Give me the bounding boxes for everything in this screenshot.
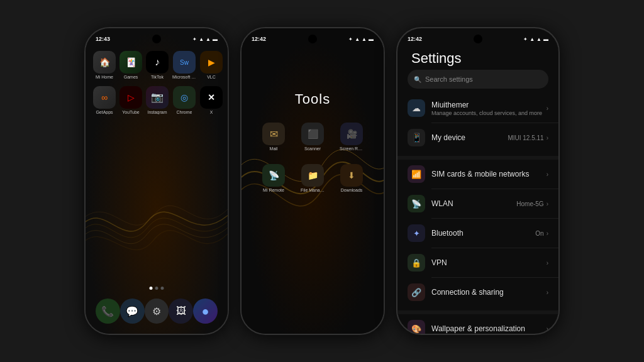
app-mail-label: Mail: [270, 146, 278, 151]
miuithemer-chevron: ›: [547, 105, 548, 112]
app-miremote[interactable]: 📡 Mi Remote: [254, 164, 293, 193]
wlan-status: Home-5G: [516, 200, 543, 207]
app-tiktok[interactable]: ♪ TikTok: [146, 51, 169, 80]
connection-sharing-chevron: ›: [547, 289, 548, 296]
phone3-notch: [474, 35, 482, 43]
app-screenrec[interactable]: 🎥 Screen Recorder: [332, 123, 371, 151]
settings-item-mydevice[interactable]: 📱 My device MIUI 12.5.11 ›: [397, 123, 558, 152]
dock-settings[interactable]: ⚙: [145, 299, 169, 324]
app-instagram[interactable]: 📷 Instagram: [146, 86, 169, 115]
app-games[interactable]: 🃏 Games: [119, 51, 142, 80]
phone3-status-icons: ✦ ▲ ▲ ▬: [523, 36, 548, 42]
app-downloads-label: Downloads: [341, 188, 363, 193]
bt-icon: ✦: [192, 36, 197, 42]
phone3-battery-icon: ▬: [543, 36, 548, 42]
phone1-app-grid: 🏠 Mi Home 🃏 Games ♪ TikTok Sw Microsoft …: [93, 51, 220, 114]
mydevice-chevron: ›: [547, 134, 548, 141]
sim-icon: 📶: [408, 165, 425, 183]
wlan-title: WLAN: [431, 199, 516, 208]
phone1-page-dots: [150, 287, 164, 290]
mydevice-title: My device: [431, 133, 508, 142]
phone1-dock: 📞 💬 ⚙ 🖼 ●: [96, 299, 218, 324]
phone2-wifi-icon: ▲: [362, 36, 367, 42]
phone3-wifi-icon: ▲: [536, 36, 541, 42]
settings-item-connection-sharing[interactable]: 🔗 Connection & sharing ›: [397, 278, 558, 307]
app-vlc-icon: ▶: [200, 51, 223, 74]
app-ms-icon: Sw: [173, 51, 196, 74]
vpn-chevron: ›: [547, 260, 548, 266]
app-vlc-label: VLC: [207, 75, 216, 80]
settings-section-account: ☁ Miuithemer Manage accounts, cloud serv…: [397, 94, 558, 152]
phone3-screen: 12:42 ✦ ▲ ▲ ▬ Settings 🔍 Search settings…: [397, 28, 558, 334]
app-downloads[interactable]: ⬇ Downloads: [332, 164, 371, 193]
app-ms-label: Microsoft SwiftKey: [172, 75, 196, 80]
settings-item-miuithemer[interactable]: ☁ Miuithemer Manage accounts, cloud serv…: [397, 94, 558, 123]
app-x-label: X: [210, 110, 213, 115]
settings-section-display: 🎨 Wallpaper & personalization › 🔆 Always…: [397, 314, 558, 334]
app-ms[interactable]: Sw Microsoft SwiftKey: [172, 51, 196, 80]
dock-phone[interactable]: 📞: [96, 299, 120, 324]
app-mihome-label: Mi Home: [96, 75, 113, 80]
phone3-bt-icon: ✦: [523, 36, 528, 42]
wlan-content: WLAN: [431, 199, 516, 208]
app-games-icon: 🃏: [119, 51, 142, 74]
phone2-notch: [308, 35, 317, 43]
app-filemanager[interactable]: 📁 File Manager: [293, 164, 332, 193]
app-x-icon: ✕: [200, 86, 223, 109]
app-youtube[interactable]: ▷ YouTube: [119, 86, 142, 115]
settings-section-network: 📶 SIM cards & mobile networks › 📡 WLAN H…: [397, 160, 558, 307]
sim-chevron: ›: [547, 171, 548, 178]
mydevice-content: My device: [431, 133, 508, 142]
wallpaper-icon: 🎨: [408, 320, 425, 334]
app-tiktok-icon: ♪: [146, 51, 169, 74]
app-x[interactable]: ✕ X: [200, 86, 223, 115]
app-scanner-icon: ⬛: [301, 123, 324, 145]
sim-title: SIM cards & mobile networks: [431, 170, 547, 178]
app-scanner[interactable]: ⬛ Scanner: [293, 123, 332, 151]
mydevice-version: MIUI 12.5.11: [508, 134, 543, 141]
wave-decoration: [86, 172, 228, 283]
app-getapps[interactable]: ∞ GetApps: [93, 86, 116, 115]
app-chrome-icon: ◎: [173, 86, 196, 109]
phone3-time: 12:42: [408, 36, 422, 42]
app-scanner-label: Scanner: [304, 146, 321, 151]
settings-title: Settings: [411, 50, 462, 67]
signal-icon: ▲: [199, 36, 204, 42]
wallpaper-title: Wallpaper & personalization: [431, 324, 547, 333]
search-bar[interactable]: 🔍 Search settings: [408, 70, 548, 89]
app-chrome[interactable]: ◎ Chrome: [172, 86, 196, 115]
battery-icon: ▬: [213, 36, 218, 42]
app-vlc[interactable]: ▶ VLC: [200, 51, 223, 80]
dot-1: [150, 287, 153, 290]
search-icon: 🔍: [414, 76, 421, 83]
app-miremote-icon: 📡: [262, 164, 285, 187]
settings-item-vpn[interactable]: 🔒 VPN ›: [397, 248, 558, 277]
app-mail-icon: ✉: [262, 123, 285, 145]
vpn-title: VPN: [431, 258, 547, 267]
phone-2: 12:42 ✦ ▲ ▲ ▬ Tools ✉ Mail ⬛ Scanner 🎥 S…: [240, 27, 385, 335]
dock-gallery[interactable]: 🖼: [169, 299, 193, 324]
settings-item-bluetooth[interactable]: ✦ Bluetooth On ›: [397, 219, 558, 248]
vpn-icon: 🔒: [408, 254, 425, 272]
phone2-screen: 12:42 ✦ ▲ ▲ ▬ Tools ✉ Mail ⬛ Scanner 🎥 S…: [242, 28, 384, 334]
app-tiktok-label: TikTok: [151, 75, 164, 80]
bluetooth-title: Bluetooth: [431, 229, 535, 238]
app-mihome[interactable]: 🏠 Mi Home: [93, 51, 116, 80]
phone2-status-icons: ✦ ▲ ▲ ▬: [348, 36, 374, 42]
app-mail[interactable]: ✉ Mail: [254, 123, 293, 151]
sim-content: SIM cards & mobile networks: [431, 170, 547, 178]
phone1-screen: 12:43 ✦ ▲ ▲ ▬ 🏠 Mi Home 🃏 Games ♪ TikTok: [86, 28, 228, 334]
connection-sharing-title: Connection & sharing: [431, 288, 547, 297]
settings-item-wlan[interactable]: 📡 WLAN Home-5G ›: [397, 189, 558, 218]
phone2-folder-grid: ✉ Mail ⬛ Scanner 🎥 Screen Recorder 📡 Mi …: [254, 123, 371, 192]
app-instagram-icon: 📷: [146, 86, 169, 109]
settings-item-sim[interactable]: 📶 SIM cards & mobile networks ›: [397, 160, 558, 189]
dock-messages[interactable]: 💬: [120, 299, 145, 324]
search-placeholder-text: Search settings: [425, 75, 473, 83]
miuithemer-content: Miuithemer Manage accounts, cloud servic…: [431, 101, 547, 116]
settings-item-wallpaper[interactable]: 🎨 Wallpaper & personalization ›: [397, 314, 558, 334]
phone2-battery-icon: ▬: [369, 36, 374, 42]
wallpaper-content: Wallpaper & personalization: [431, 324, 547, 333]
dock-camera[interactable]: ●: [193, 299, 218, 324]
phone1-time: 12:43: [96, 36, 110, 42]
